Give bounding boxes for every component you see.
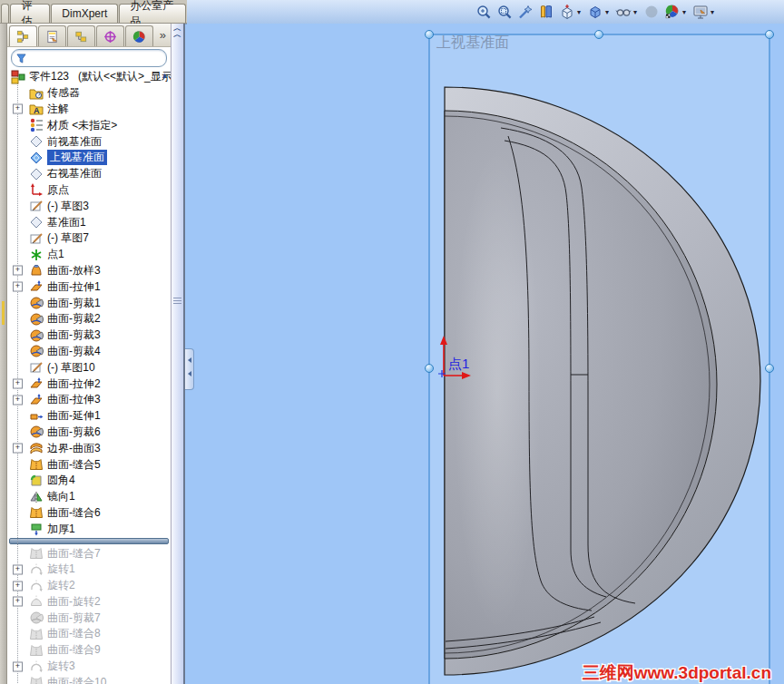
expander-icon[interactable]: +	[13, 266, 23, 276]
model-view[interactable]: 上视基准面 三维网www.3dportal.cn	[187, 24, 784, 684]
zoom-to-fit-button[interactable]	[474, 3, 493, 22]
tree-item-29[interactable]: 曲面-缝合7	[7, 545, 171, 562]
tree-item-33[interactable]: 曲面-剪裁7	[7, 610, 171, 626]
apply-scene-dropdown-caret[interactable]: ▾	[682, 8, 689, 16]
panel-tab-configurationmanager[interactable]	[67, 25, 95, 46]
tree-item-11[interactable]: 点1	[7, 247, 171, 263]
tree-item-label[interactable]: (-) 草图10	[47, 360, 95, 376]
tree-item-label[interactable]: 曲面-缝合8	[47, 626, 101, 641]
tree-item-label[interactable]: 曲面-剪裁7	[47, 611, 101, 626]
tree-item-label[interactable]: 曲面-缝合7	[47, 546, 101, 562]
tree-item-10[interactable]: (-) 草图7	[7, 230, 171, 247]
tree-item-label[interactable]: 旋转2	[47, 578, 75, 593]
point-label[interactable]: 点1	[448, 356, 469, 371]
tree-item-19[interactable]: +曲面-拉伸2	[7, 376, 171, 392]
tree-item-16[interactable]: 曲面-剪裁3	[7, 327, 171, 344]
expander-icon[interactable]: +	[13, 581, 23, 591]
tree-item-23[interactable]: +边界-曲面3	[7, 440, 171, 456]
tree-item-20[interactable]: +曲面-拉伸3	[7, 392, 171, 408]
tree-item-label[interactable]: 曲面-缝合10	[47, 675, 106, 684]
tree-item-9[interactable]: 基准面1	[7, 214, 171, 230]
apply-scene-button[interactable]: ▾	[662, 3, 689, 22]
tree-item-label[interactable]: 曲面-剪裁1	[47, 296, 101, 311]
panel-collapse-tab[interactable]	[185, 348, 194, 390]
filter-box[interactable]	[11, 49, 167, 67]
tree-item-label[interactable]: 旋转3	[47, 659, 75, 674]
tree-item-15[interactable]: 曲面-剪裁2	[7, 311, 171, 327]
tree-item-27[interactable]: 曲面-缝合6	[7, 505, 171, 522]
display-style-dropdown-caret[interactable]: ▾	[605, 8, 612, 16]
tree-item-31[interactable]: +旋转2	[7, 578, 171, 594]
tree-item-label[interactable]: 曲面-放样3	[47, 263, 101, 278]
panel-tab-displaymanager[interactable]	[125, 25, 153, 46]
tree-item-label[interactable]: 圆角4	[47, 473, 75, 488]
expander-icon[interactable]: +	[13, 395, 23, 405]
tree-item-13[interactable]: +曲面-拉伸1	[7, 278, 171, 295]
command-tab-3[interactable]: 办公室产品	[119, 4, 186, 23]
tree-item-18[interactable]: (-) 草图10	[7, 359, 171, 376]
panel-scrollbar[interactable]: ︿︿	[171, 24, 185, 684]
tree-item-24[interactable]: 曲面-缝合5	[7, 456, 171, 473]
view-settings-button[interactable]: ▾	[691, 3, 717, 22]
command-tab-1[interactable]: 评估	[10, 4, 50, 23]
expander-icon[interactable]: +	[13, 444, 23, 454]
expander-icon[interactable]: +	[13, 104, 23, 114]
hide-show-items-dropdown-caret[interactable]: ▾	[633, 8, 640, 16]
expander-icon[interactable]: +	[13, 597, 23, 607]
tree-item-label[interactable]: 曲面-缝合6	[47, 505, 101, 521]
view-orientation-button[interactable]: ▾	[557, 3, 583, 22]
graphics-area[interactable]: 上视基准面 三维网www.3dportal.cn	[187, 24, 784, 684]
magic-wand-view-button[interactable]	[515, 3, 534, 22]
tree-item-1[interactable]: 传感器	[7, 85, 171, 102]
section-view-button[interactable]	[536, 3, 555, 22]
tree-item-label[interactable]: 曲面-延伸1	[47, 408, 101, 424]
tree-item-25[interactable]: 圆角4	[7, 473, 171, 489]
tree-item-5[interactable]: 上视基准面	[7, 150, 171, 166]
tree-root-part[interactable]: 零件123 (默认<<默认>_显示▲	[7, 69, 171, 85]
tree-item-label[interactable]: (-) 草图7	[47, 230, 89, 246]
tree-item-label[interactable]: 曲面-缝合5	[47, 457, 101, 473]
rollback-bar[interactable]	[9, 538, 169, 544]
tree-item-label[interactable]: 传感器	[47, 85, 80, 101]
tree-item-label[interactable]: 曲面-旋转2	[47, 594, 101, 610]
tree-item-label[interactable]: 点1	[47, 247, 64, 262]
tree-item-label[interactable]: 曲面-剪裁4	[47, 344, 101, 359]
scrollbar-grip[interactable]	[173, 296, 181, 306]
panel-tab-featuremanager-tree[interactable]	[9, 25, 37, 46]
expander-icon[interactable]: +	[13, 661, 23, 671]
tree-item-37[interactable]: 曲面-缝合10	[7, 674, 171, 684]
tree-item-label[interactable]: 旋转1	[47, 562, 75, 577]
tree-item-label[interactable]: 曲面-拉伸1	[47, 279, 101, 295]
expander-icon[interactable]: +	[13, 564, 23, 574]
tree-item-label[interactable]: 上视基准面	[47, 150, 107, 165]
view-settings-dropdown-caret[interactable]: ▾	[710, 8, 717, 16]
tree-item-4[interactable]: 前视基准面	[7, 133, 171, 150]
display-style-button[interactable]: ▾	[585, 3, 612, 22]
expander-icon[interactable]: +	[13, 379, 23, 389]
scroll-up-chevron[interactable]: ︿︿	[172, 25, 183, 38]
tree-item-label[interactable]: 镜向1	[47, 489, 75, 504]
tree-item-2[interactable]: +A注解	[7, 102, 171, 118]
panel-tab-dimxpertmanager[interactable]	[96, 25, 124, 46]
hide-show-items-button[interactable]: ▾	[613, 3, 640, 22]
tree-item-label[interactable]: 曲面-剪裁3	[47, 327, 101, 343]
tree-item-12[interactable]: +曲面-放样3	[7, 263, 171, 279]
tree-item-label[interactable]: 曲面-缝合9	[47, 642, 101, 658]
tree-item-label[interactable]: 右视基准面	[47, 166, 102, 181]
tree-item-label[interactable]: 曲面-拉伸3	[47, 392, 101, 407]
panel-tab-propertymanager[interactable]	[38, 25, 66, 46]
filter-input[interactable]	[29, 52, 162, 64]
tree-item-label[interactable]: 注解	[47, 102, 69, 117]
tree-item-26[interactable]: 镜向1	[7, 489, 171, 505]
tree-item-22[interactable]: 曲面-剪裁6	[7, 425, 171, 441]
tree-item-label[interactable]: 加厚1	[47, 522, 75, 537]
tree-item-3[interactable]: 材质 <未指定>	[7, 117, 171, 133]
tree-item-6[interactable]: 右视基准面	[7, 166, 171, 182]
tree-scroll-up-button[interactable]: ▲	[159, 69, 171, 83]
command-tab-2[interactable]: DimXpert	[51, 4, 118, 23]
tree-item-label[interactable]: 曲面-剪裁6	[47, 425, 101, 440]
tree-item-32[interactable]: +曲面-旋转2	[7, 594, 171, 611]
tree-item-17[interactable]: 曲面-剪裁4	[7, 344, 171, 360]
tree-item-35[interactable]: 曲面-缝合9	[7, 642, 171, 659]
tree-item-label[interactable]: 边界-曲面3	[47, 441, 101, 456]
